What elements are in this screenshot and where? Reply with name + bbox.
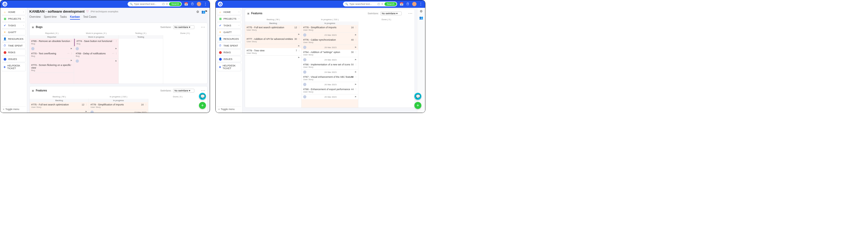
avatar[interactable]	[197, 2, 201, 6]
search-button[interactable]: Search	[384, 2, 397, 6]
tab-testcases[interactable]: Test Cases	[83, 14, 96, 20]
sidebar-item-projects[interactable]: ▦PROJECTS›	[1, 15, 26, 22]
swimlane-select[interactable]: No swimlane ▾	[173, 89, 194, 93]
search-box[interactable]: 🔍 🕘 ☰ Search	[343, 2, 397, 6]
kanban-card[interactable]: #779 - Tree viewUser Story7⋮	[245, 48, 301, 56]
tab-tasks[interactable]: Tasks	[60, 14, 67, 20]
avatar[interactable]	[90, 110, 94, 113]
avatar[interactable]	[303, 83, 306, 86]
sidebar-item-timespent[interactable]: ⏱TIME SPENT	[217, 42, 241, 49]
drag-icon[interactable]: ⋮	[85, 103, 88, 106]
avatar[interactable]	[31, 47, 34, 50]
clock-icon[interactable]: 🕘	[162, 3, 165, 5]
tab-kanban[interactable]: Kanban	[70, 14, 80, 20]
avatar[interactable]	[303, 33, 306, 37]
clock-icon[interactable]: 🕘	[377, 3, 380, 5]
avatar[interactable]	[76, 60, 79, 63]
heart-icon[interactable]: ♡	[86, 10, 89, 13]
search-box[interactable]: 🔍 🕘 ☰ Search	[128, 2, 182, 6]
sidebar-item-gantt[interactable]: ≡GANTT	[1, 29, 26, 35]
kanban-card[interactable]: #767 - Visual enhancement of the ABC fea…	[302, 74, 358, 82]
sidebar-item-risks[interactable]: ⬤RISKS	[1, 49, 26, 56]
people-icon[interactable]: 👥	[202, 10, 206, 14]
calendar-icon[interactable]: 📅	[184, 2, 188, 6]
avatar[interactable]	[303, 70, 306, 74]
kanban-column-done[interactable]	[358, 22, 414, 108]
gear-icon[interactable]: ⚙	[196, 10, 199, 14]
chat-fab[interactable]: 💬	[414, 93, 421, 100]
drag-icon[interactable]: ⋮	[298, 49, 300, 52]
more-icon[interactable]: ⋯	[112, 40, 114, 42]
kanban-column-testing[interactable]: Testing	[119, 35, 163, 83]
kanban-card[interactable]: #764 - Addition of "settings" optionUser…	[302, 50, 358, 57]
more-icon[interactable]: ⋯	[67, 64, 69, 66]
toggle-menu[interactable]: «Toggle menu	[217, 106, 241, 112]
avatar[interactable]	[303, 58, 306, 61]
sidebar-item-projects[interactable]: ▦PROJECTS›	[217, 15, 241, 22]
avatar[interactable]	[303, 95, 306, 98]
avatar[interactable]	[303, 46, 306, 49]
more-icon[interactable]: ⋯	[201, 88, 205, 93]
flag-icon[interactable]: ⚑	[70, 60, 72, 62]
drag-icon[interactable]: ⋮	[355, 38, 357, 41]
breadcrumb[interactable]: /PM techniques examples	[90, 10, 118, 13]
flag-icon[interactable]: ⚑	[70, 47, 72, 50]
drag-icon[interactable]: ⋮	[355, 26, 357, 29]
kanban-card[interactable]: #775 - Full text search optimizationUser…	[245, 25, 301, 33]
avatar[interactable]	[412, 2, 416, 6]
sidebar-item-helpdesk[interactable]: ✚HELPDESK TICKET	[217, 63, 241, 71]
swimlane-select[interactable]: No swimlane ▾	[173, 25, 194, 29]
calendar-icon[interactable]: 📅	[399, 2, 404, 6]
kanban-card[interactable]: #775 - Full text search optimizationUser…	[30, 102, 89, 110]
more-icon[interactable]: ⋯	[201, 25, 205, 30]
avatar[interactable]	[76, 47, 79, 50]
filter-icon[interactable]: ☰	[381, 3, 383, 5]
kanban-column-reported[interactable]: Reported #765 - Remove an obsolete funct…	[30, 35, 74, 83]
more-icon[interactable]: ⋯	[112, 52, 114, 55]
sidebar-item-home[interactable]: ⌂HOME›	[1, 9, 26, 15]
drag-icon[interactable]: ⋮	[70, 40, 73, 42]
flag-icon[interactable]: ⚑	[298, 45, 300, 47]
sidebar-item-resources[interactable]: 👤RESOURCES	[217, 36, 241, 42]
people-icon[interactable]: 👥	[419, 16, 423, 20]
kanban-card[interactable]: #776 - Caldav synchronizationUser Story4…	[302, 37, 358, 45]
kanban-card[interactable]: #778 - Simplification of importsUser Sto…	[302, 25, 358, 33]
drag-icon[interactable]: ⋮	[355, 51, 357, 54]
kebab-icon[interactable]: ⋮	[418, 2, 423, 6]
kanban-card[interactable]: #766 - Implementation of a new set of ic…	[302, 62, 358, 70]
kanban-card[interactable]: #768 - Enhancement of export performance…	[302, 87, 358, 94]
drag-icon[interactable]: ⋮	[355, 88, 357, 91]
flag-icon[interactable]: ⚑	[115, 47, 117, 50]
drag-icon[interactable]: ⋮	[355, 63, 357, 66]
sidebar-item-gantt[interactable]: ≡GANTT	[217, 29, 241, 35]
search-input[interactable]	[134, 3, 161, 5]
kanban-card[interactable]: #770 - Text overflowingBug⋯⋮	[30, 51, 74, 59]
swimlane-select[interactable]: No swimlane ▾	[380, 11, 402, 15]
drag-icon[interactable]: ⋮	[298, 26, 300, 29]
kanban-card[interactable]: #774 - Save button not functionalBug⋯⋮	[74, 39, 118, 46]
sidebar-item-helpdesk[interactable]: ✚HELPDESK TICKET	[1, 63, 26, 71]
drag-icon[interactable]: ⋮	[298, 38, 300, 40]
flag-icon[interactable]: ⚑	[298, 33, 300, 36]
flag-icon[interactable]: ⚑	[354, 34, 356, 36]
flag-icon[interactable]: ⚑	[85, 110, 87, 113]
add-fab[interactable]: +	[414, 102, 421, 109]
kanban-column-backlog[interactable]: Backlog #775 - Full text search optimiza…	[245, 22, 302, 108]
toggle-menu[interactable]: «Toggle menu	[1, 106, 26, 112]
drag-icon[interactable]: ⋮	[115, 40, 117, 42]
sidebar-item-issues[interactable]: ⬤ISSUES	[1, 56, 26, 62]
more-icon[interactable]: ⋯	[408, 11, 412, 16]
drag-icon[interactable]: ⋮	[70, 64, 73, 66]
kebab-icon[interactable]: ⋮	[203, 2, 208, 6]
tab-spenttime[interactable]: Spent time	[44, 14, 57, 20]
drag-icon[interactable]: ⋮	[355, 75, 357, 78]
flag-icon[interactable]: ⚑	[354, 71, 356, 73]
flag-icon[interactable]: ⚑	[354, 96, 356, 98]
flag-icon[interactable]: ⚑	[354, 83, 356, 86]
sidebar-item-home[interactable]: ⌂HOME›	[217, 9, 241, 15]
kanban-card[interactable]: #765 - Remove an obsolete functionBug⋯⋮	[30, 39, 74, 46]
search-input[interactable]	[349, 3, 376, 5]
kanban-card[interactable]: #778 - Simplification of importsUser Sto…	[89, 102, 148, 110]
kanban-card[interactable]: #773 - Screen flickering on a specific v…	[30, 63, 74, 73]
add-fab[interactable]: +	[199, 102, 206, 109]
